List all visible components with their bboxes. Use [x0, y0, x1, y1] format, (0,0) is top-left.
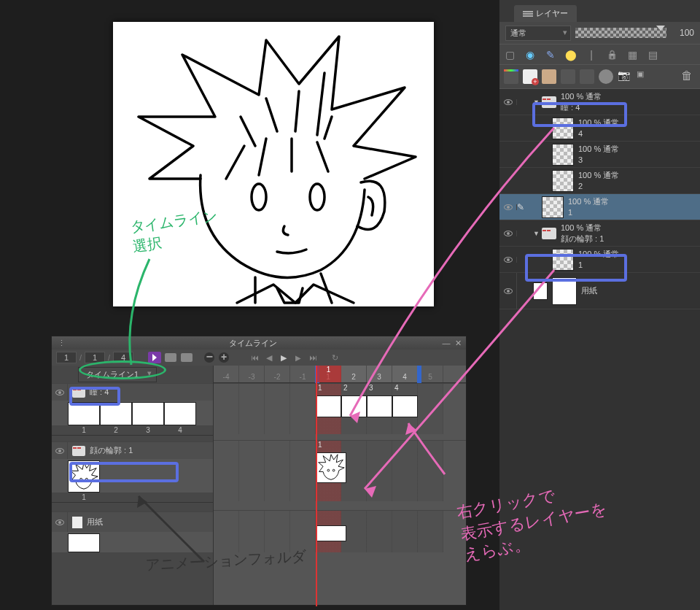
- cel-thumb-face[interactable]: [68, 460, 100, 493]
- clip-icon[interactable]: ▢: [504, 49, 516, 61]
- opacity-slider[interactable]: [575, 28, 666, 38]
- merge-icon[interactable]: [580, 69, 594, 84]
- timeline-area[interactable]: -4 -3 -2 -1 1 2 3 4 5 1: [214, 366, 466, 605]
- close-icon[interactable]: ✕: [453, 338, 463, 348]
- layer-eye-1[interactable]: 100 % 通常1: [499, 194, 700, 220]
- svg-point-4: [327, 469, 330, 471]
- highlight-icon[interactable]: ⬤: [565, 49, 577, 61]
- layer-eye-2[interactable]: 100 % 通常2: [499, 168, 700, 194]
- cel-thumb[interactable]: [132, 402, 164, 425]
- blend-mode-select[interactable]: 通常: [505, 26, 571, 41]
- layer-thumb: [542, 196, 564, 218]
- prev-frame-icon[interactable]: [263, 352, 275, 363]
- visibility-icon: [55, 520, 64, 525]
- layer-panel: レイヤー 通常 100 ▢ ◉ ✎ ⬤ | ▦ ▤ ▣ ▼: [499, 0, 700, 610]
- frame-input-a[interactable]: 1: [56, 352, 77, 363]
- frame-input-c[interactable]: 4: [113, 352, 133, 363]
- visibility-icon[interactable]: [504, 99, 513, 105]
- track-cel[interactable]: [341, 395, 367, 417]
- visibility-icon[interactable]: [504, 257, 513, 263]
- track-cel[interactable]: [316, 525, 346, 541]
- svg-point-1: [310, 184, 324, 210]
- range-end-marker[interactable]: [417, 366, 421, 383]
- paper-thumb: [533, 282, 548, 300]
- visibility-icon[interactable]: [504, 231, 513, 236]
- svg-point-0: [252, 184, 266, 210]
- visibility-icon[interactable]: [504, 288, 513, 294]
- layer-folder-eyes[interactable]: ▼ 100 % 通常 瞳 : 4: [499, 89, 700, 115]
- track-header-eyes[interactable]: 瞳 : 4: [52, 383, 213, 401]
- cel-thumb[interactable]: [68, 533, 100, 552]
- svg-point-5: [332, 469, 335, 471]
- last-frame-icon[interactable]: [307, 352, 319, 363]
- layer-eye-3[interactable]: 100 % 通常3: [499, 142, 700, 168]
- track-name: 用紙: [87, 517, 103, 528]
- folder-icon: [72, 446, 85, 456]
- lock-alpha-icon[interactable]: ▦: [626, 49, 638, 61]
- first-frame-icon[interactable]: [249, 352, 260, 363]
- cel-strip-paper: [52, 532, 213, 552]
- opacity-value: 100: [671, 28, 694, 38]
- new-layer-icon[interactable]: [523, 69, 537, 84]
- divider: |: [586, 49, 597, 61]
- layer-face-1[interactable]: 100 % 通常1: [499, 247, 700, 273]
- lock-line-icon[interactable]: ▤: [647, 49, 658, 61]
- zoom-out-icon[interactable]: [203, 352, 215, 363]
- cel-thumb[interactable]: [164, 402, 196, 425]
- minimize-icon[interactable]: —: [441, 338, 451, 348]
- paper-icon: [72, 517, 82, 528]
- folder-icon: [542, 96, 556, 108]
- paper-thumb-large: [552, 277, 577, 305]
- layer-eye-4[interactable]: 100 % 通常4: [499, 115, 700, 142]
- draft-icon[interactable]: ✎: [545, 49, 556, 61]
- layer-tab-label: レイヤー: [536, 8, 568, 19]
- layer-folder-face[interactable]: ▼ 100 % 通常 顔の輪郭 : 1: [499, 220, 700, 247]
- play-icon[interactable]: [278, 352, 289, 363]
- zoom-in-icon[interactable]: [218, 352, 230, 363]
- layer-panel-tab[interactable]: レイヤー: [514, 5, 577, 22]
- timeline-title: タイムライン: [66, 338, 440, 349]
- cel-thumb[interactable]: [100, 402, 132, 425]
- timeline-ruler[interactable]: -4 -3 -2 -1 1 2 3 4 5 1: [214, 366, 466, 383]
- ref-icon[interactable]: ◉: [524, 49, 536, 61]
- camera-icon[interactable]: [618, 69, 632, 84]
- lock-icon[interactable]: [606, 49, 618, 61]
- track-cel[interactable]: [392, 395, 418, 417]
- frame-input-b[interactable]: 1: [85, 352, 105, 363]
- trash-icon[interactable]: [681, 69, 696, 84]
- track-name: 顔の輪郭 : 1: [90, 445, 133, 456]
- svg-point-3: [85, 478, 88, 480]
- layer-thumb: [552, 117, 574, 139]
- layer-thumb: [552, 144, 574, 166]
- track-header-paper[interactable]: 用紙: [52, 511, 213, 532]
- panel-grab-icon[interactable]: ⋮: [56, 338, 66, 348]
- track-cel[interactable]: [316, 395, 341, 417]
- fold-icon[interactable]: ▼: [533, 230, 542, 237]
- layer-up-icon[interactable]: ▣: [637, 69, 651, 84]
- layer-paper[interactable]: 用紙: [499, 273, 700, 309]
- record-icon[interactable]: [148, 352, 161, 363]
- track-cel[interactable]: [367, 395, 392, 417]
- loop-icon[interactable]: [329, 352, 341, 363]
- transfer-icon[interactable]: [561, 69, 575, 84]
- next-frame-icon[interactable]: [292, 352, 304, 363]
- onion-icon[interactable]: [165, 353, 176, 362]
- drawing-canvas[interactable]: [113, 22, 434, 306]
- onion-icon-2[interactable]: [181, 353, 192, 362]
- layer-thumb: [552, 249, 574, 271]
- mask-icon[interactable]: [599, 69, 613, 84]
- fold-icon[interactable]: ▼: [533, 99, 542, 106]
- active-draw-icon: [517, 202, 527, 212]
- timeline-select[interactable]: タイムライン1: [78, 367, 157, 382]
- new-folder-icon[interactable]: [542, 69, 556, 84]
- timeline-panel: ⋮ タイムライン — ✕ 1 / 1 / 4 タイムライン1: [51, 336, 467, 606]
- playhead[interactable]: 1: [316, 366, 341, 382]
- track-header-face[interactable]: 顔の輪郭 : 1: [52, 441, 213, 459]
- cel-thumb[interactable]: [68, 402, 100, 425]
- visibility-icon[interactable]: [504, 204, 513, 210]
- track-cel-face[interactable]: [316, 452, 346, 483]
- folder-icon: [72, 387, 85, 398]
- layer-toolbar-1: ▢ ◉ ✎ ⬤ | ▦ ▤: [499, 44, 700, 64]
- layers-icon: [523, 9, 533, 19]
- palette-icon[interactable]: [504, 69, 518, 84]
